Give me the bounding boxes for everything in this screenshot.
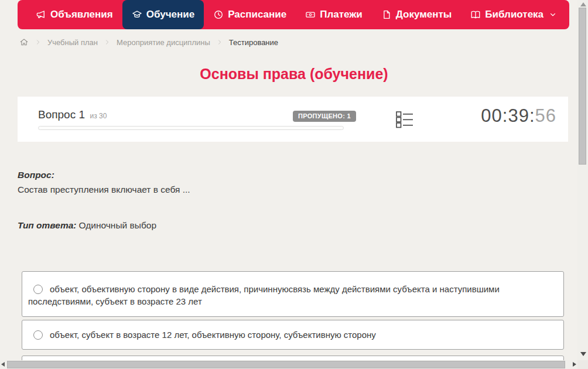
nav-item-label: Объявления bbox=[50, 9, 113, 20]
app-window: ОбъявленияОбучениеРасписаниеПлатежиДокум… bbox=[0, 0, 588, 369]
breadcrumb-item[interactable]: Учебный план bbox=[47, 38, 98, 47]
question-title: Вопрос 1 из 30 bbox=[38, 108, 107, 121]
question-text: Состав преступления включает в себя ... bbox=[18, 184, 190, 195]
nav-item-label: Документы bbox=[396, 9, 452, 20]
breadcrumb: Учебный планМероприятие дисциплиныТестир… bbox=[19, 36, 278, 48]
question-counter: из 30 bbox=[90, 112, 107, 120]
nav-item-announcements[interactable]: Объявления bbox=[26, 0, 122, 29]
question-list-icon[interactable] bbox=[396, 111, 413, 128]
question-heading: Вопрос: bbox=[18, 170, 54, 180]
breadcrumb-separator-icon bbox=[217, 39, 223, 45]
scroll-left-button[interactable] bbox=[1, 362, 5, 367]
vertical-scrollbar[interactable] bbox=[577, 0, 588, 360]
horizontal-scrollbar-thumb[interactable] bbox=[7, 361, 565, 368]
nav-item-label: Обучение bbox=[146, 9, 194, 20]
clock-icon bbox=[213, 9, 224, 20]
scrollbar-corner bbox=[577, 360, 588, 369]
vertical-scrollbar-thumb[interactable] bbox=[579, 8, 586, 165]
scroll-up-button[interactable] bbox=[580, 2, 586, 6]
answer-option-1[interactable]: объект, объективную сторону в виде дейст… bbox=[22, 271, 564, 317]
question-number: Вопрос 1 bbox=[38, 108, 85, 121]
nav-item-education[interactable]: Обучение bbox=[122, 0, 204, 29]
answer-type-label: Тип ответа: bbox=[18, 220, 77, 230]
nav-item-label: Библиотека bbox=[485, 9, 543, 20]
megaphone-icon bbox=[36, 9, 46, 20]
page-title: Основы права (обучение) bbox=[0, 66, 588, 83]
nav-item-label: Расписание bbox=[228, 9, 286, 20]
breadcrumb-separator-icon bbox=[104, 39, 110, 45]
question-header-card: Вопрос 1 из 30 ПРОПУЩЕНО: 1 00:39:56 bbox=[18, 97, 568, 142]
answer-option-label: объект, объективную сторону в виде дейст… bbox=[28, 284, 500, 306]
book-icon bbox=[470, 9, 481, 20]
nav-item-payments[interactable]: Платежи bbox=[296, 0, 372, 29]
nav-item-schedule[interactable]: Расписание bbox=[204, 0, 296, 29]
breadcrumb-separator-icon bbox=[35, 39, 41, 45]
timer-seconds: 56 bbox=[535, 105, 556, 126]
answer-type: Тип ответа:Одиночный выбор bbox=[18, 220, 156, 231]
chevron-down-icon bbox=[549, 11, 557, 19]
nav-item-documents[interactable]: Документы bbox=[372, 0, 461, 29]
scroll-down-button[interactable] bbox=[580, 352, 586, 356]
skipped-badge: ПРОПУЩЕНО: 1 bbox=[293, 111, 356, 122]
answer-options: объект, объективную сторону в виде дейст… bbox=[22, 271, 564, 369]
scroll-right-button[interactable] bbox=[573, 362, 576, 367]
radio-button[interactable] bbox=[33, 285, 43, 294]
answer-option-label: объект, субъект в возрасте 12 лет, объек… bbox=[50, 330, 376, 340]
breadcrumb-item[interactable]: Мероприятие дисциплины bbox=[117, 38, 210, 47]
timer: 00:39:56 bbox=[481, 105, 556, 127]
document-icon bbox=[381, 9, 392, 20]
answer-option-2[interactable]: объект, субъект в возрасте 12 лет, объек… bbox=[22, 320, 564, 350]
main-navbar: ОбъявленияОбучениеРасписаниеПлатежиДокум… bbox=[18, 0, 569, 29]
nav-item-library[interactable]: Библиотека bbox=[461, 0, 566, 29]
progress-bar bbox=[38, 126, 344, 130]
home-icon[interactable] bbox=[19, 37, 29, 47]
answer-type-value: Одиночный выбор bbox=[79, 220, 157, 230]
cash-icon bbox=[305, 9, 316, 20]
nav-item-label: Платежи bbox=[320, 9, 363, 20]
radio-button[interactable] bbox=[33, 330, 43, 340]
horizontal-scrollbar[interactable] bbox=[0, 360, 588, 369]
timer-hours-minutes: 00:39: bbox=[481, 105, 535, 126]
breadcrumb-item: Тестирование bbox=[229, 38, 278, 47]
graduation-cap-icon bbox=[132, 9, 142, 20]
